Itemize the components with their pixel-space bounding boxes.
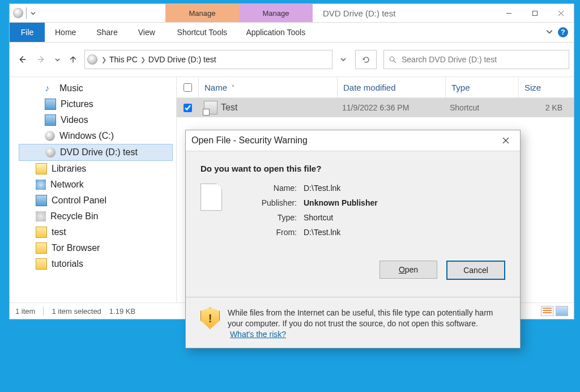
tree-label: Network (50, 180, 84, 190)
tree-item-control-panel[interactable]: Control Panel (19, 193, 176, 208)
blank-document-icon (201, 184, 222, 211)
help-icon[interactable]: ? (558, 27, 568, 37)
search-placeholder: Search DVD Drive (D:) test (402, 55, 497, 64)
breadcrumb-current[interactable]: DVD Drive (D:) test (146, 55, 219, 64)
crumb-sep-icon[interactable]: ❯ (101, 56, 107, 63)
qat-dropdown[interactable] (29, 8, 36, 18)
tree-label: Control Panel (52, 195, 106, 206)
tree-label: Videos (61, 115, 88, 125)
file-tab[interactable]: File (10, 23, 45, 42)
tab-shortcut-tools[interactable]: Shortcut Tools (165, 23, 239, 42)
close-button[interactable] (548, 4, 574, 22)
view-details-button[interactable] (541, 306, 553, 316)
tree-item-pictures[interactable]: Pictures (19, 96, 176, 112)
tree-item-libraries[interactable]: Libraries (19, 161, 176, 177)
crumb-sep-icon[interactable]: ❯ (140, 56, 146, 63)
back-button[interactable] (14, 52, 30, 67)
field-value-type: Shortcut (304, 213, 333, 222)
pictures-icon (45, 99, 56, 110)
file-type: Shortcut (444, 103, 517, 112)
title-bar: Manage Manage DVD Drive (D:) test (10, 4, 574, 23)
file-name: Test (221, 103, 237, 113)
ribbon-collapse-icon[interactable] (545, 28, 553, 37)
search-box[interactable]: Search DVD Drive (D:) test (383, 50, 569, 69)
navigation-tree[interactable]: ♪Music Pictures Videos Windows (C:) DVD … (10, 77, 177, 302)
warning-text: While files from the Internet can be use… (228, 308, 505, 340)
minimize-button[interactable] (496, 4, 522, 22)
disk-icon (45, 131, 55, 141)
tree-item-tutorials[interactable]: tutorials (19, 256, 176, 272)
warning-body: While files from the Internet can be use… (228, 308, 493, 328)
svg-line-5 (394, 61, 396, 63)
tree-item-music[interactable]: ♪Music (19, 80, 176, 96)
shortcut-icon (204, 101, 218, 114)
tab-home[interactable]: Home (45, 23, 86, 42)
tree-label: Windows (C:) (59, 131, 114, 141)
column-type[interactable]: Type (446, 77, 519, 97)
column-size[interactable]: Size (519, 77, 574, 97)
context-tab-application[interactable]: Manage (239, 4, 313, 22)
sort-asc-icon: ˄ (232, 84, 234, 91)
dialog-divider (186, 297, 520, 297)
column-date[interactable]: Date modified (338, 77, 446, 97)
tree-item-test[interactable]: test (19, 224, 176, 240)
forward-button[interactable] (33, 52, 49, 67)
window-title: DVD Drive (D:) test (313, 4, 496, 22)
tab-share[interactable]: Share (86, 23, 127, 42)
dialog-question: Do you want to open this file? (201, 164, 505, 173)
select-all-checkbox[interactable] (184, 83, 192, 92)
field-value-from: D:\Test.lnk (304, 228, 340, 237)
quick-access-toolbar (10, 4, 36, 22)
network-icon (36, 180, 46, 190)
videos-icon (45, 114, 56, 126)
recent-locations-dropdown[interactable] (53, 52, 62, 67)
file-date: 11/9/2022 6:36 PM (336, 103, 444, 112)
tab-view[interactable]: View (128, 23, 165, 42)
qat-divider (26, 7, 27, 19)
context-tab-shortcut[interactable]: Manage (165, 4, 239, 22)
tree-label: test (52, 227, 66, 237)
music-icon: ♪ (45, 83, 55, 93)
svg-rect-1 (532, 11, 537, 15)
up-button[interactable] (65, 52, 81, 67)
maximize-button[interactable] (522, 4, 548, 22)
address-dropdown[interactable] (336, 50, 351, 69)
field-label-from: From: (240, 228, 304, 237)
address-bar[interactable]: ❯ This PC ❯ DVD Drive (D:) test (84, 50, 332, 69)
dialog-buttons: Open Cancel (186, 256, 520, 293)
file-row[interactable]: Test 11/9/2022 6:36 PM Shortcut 2 KB (177, 98, 574, 117)
breadcrumb-this-pc[interactable]: This PC (107, 55, 140, 64)
dvd-icon (45, 147, 56, 157)
dialog-body: Do you want to open this file? Name:D:\T… (186, 151, 520, 256)
file-size: 2 KB (517, 103, 574, 112)
status-divider (43, 306, 44, 316)
drive-icon (13, 8, 23, 18)
column-headers: Name˄ Date modified Type Size (177, 77, 574, 98)
tree-item-tor-browser[interactable]: Tor Browser (19, 240, 176, 256)
dialog-warning-area: ! While files from the Internet can be u… (186, 301, 520, 348)
folder-icon (36, 242, 47, 254)
tree-item-windows-c[interactable]: Windows (C:) (19, 128, 176, 144)
dialog-close-button[interactable] (497, 132, 514, 149)
tree-item-videos[interactable]: Videos (19, 112, 176, 128)
address-drive-icon (87, 54, 97, 65)
window-controls (496, 4, 574, 22)
column-label: Name (204, 83, 227, 92)
field-value-name: D:\Test.lnk (304, 184, 340, 193)
refresh-button[interactable] (355, 50, 377, 69)
column-name[interactable]: Name˄ (199, 77, 338, 97)
whats-the-risk-link[interactable]: What's the risk? (230, 330, 286, 339)
field-label-type: Type: (240, 213, 304, 222)
column-checkbox[interactable] (177, 77, 199, 97)
view-large-icons-button[interactable] (556, 306, 568, 316)
row-checkbox[interactable] (184, 104, 192, 112)
security-warning-dialog: Open File - Security Warning Do you want… (185, 130, 521, 348)
tree-item-dvd-drive[interactable]: DVD Drive (D:) test (19, 144, 173, 161)
folder-icon (36, 227, 47, 238)
tree-item-network[interactable]: Network (19, 177, 176, 193)
cancel-button[interactable]: Cancel (446, 261, 505, 280)
tab-application-tools[interactable]: Application Tools (239, 23, 313, 42)
field-value-publisher: Unknown Publisher (304, 198, 378, 207)
open-button[interactable]: Open (379, 261, 437, 279)
tree-item-recycle-bin[interactable]: Recycle Bin (19, 208, 176, 224)
